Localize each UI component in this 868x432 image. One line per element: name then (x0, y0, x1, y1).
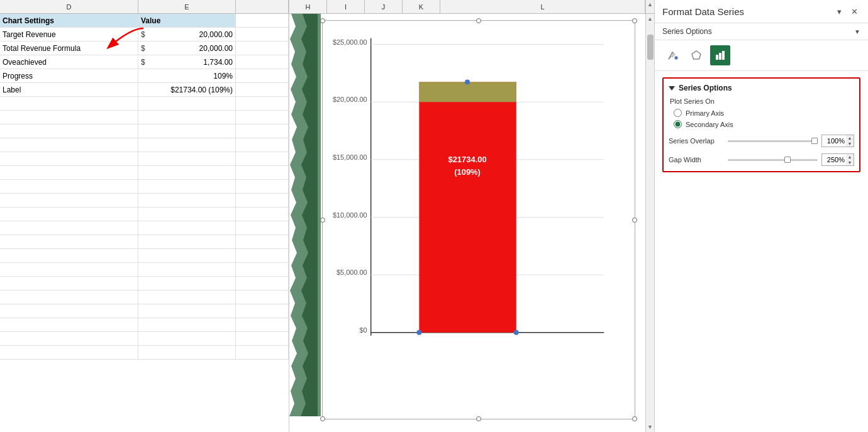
spinner-down-btn[interactable]: ▼ (846, 141, 854, 147)
row-value: $ 20,000.00 (138, 28, 236, 41)
panel-icon-row (655, 40, 868, 71)
series-options-dropdown-label: Series Options (662, 27, 852, 36)
gap-spinner-down-btn[interactable]: ▼ (846, 160, 854, 165)
series-overlap-label: Series Overlap (669, 137, 724, 145)
dot-bl (416, 330, 421, 335)
header-value[interactable]: Value (138, 14, 236, 27)
spreadsheet-area: D E Chart Settings Value Target Revenue … (0, 0, 289, 432)
table-row[interactable]: Label $21734.00 (109%) (0, 83, 289, 97)
table-row[interactable]: Target Revenue $ 20,000.00 (0, 28, 289, 42)
row-empty (236, 42, 289, 55)
bar-label-line1: $21734.00 (448, 155, 486, 164)
panel-header: Format Data Series ▾ ✕ (655, 0, 868, 23)
table-row-empty (0, 291, 289, 304)
table-row-empty (0, 277, 289, 291)
collapse-triangle-icon[interactable] (669, 86, 675, 91)
series-options-dropdown-row[interactable]: Series Options ▼ (655, 23, 868, 40)
series-overlap-thumb[interactable] (811, 138, 818, 144)
svg-rect-15 (716, 55, 718, 60)
panel-dropdown-btn[interactable]: ▾ (833, 5, 845, 18)
table-row-empty (0, 208, 289, 221)
series-overlap-spinner[interactable]: ▲ ▼ (821, 135, 854, 147)
table-row[interactable]: Progress 109% (0, 69, 289, 83)
secondary-axis-radio-row: Secondary Axis (674, 120, 854, 128)
table-row-empty (0, 125, 289, 138)
row-label: Oveachieved (0, 55, 138, 69)
gap-width-thumb[interactable] (784, 157, 791, 163)
cell-value: 20,000.00 (199, 44, 233, 53)
col-header-k: K (403, 0, 440, 13)
panel-close-btn[interactable]: ✕ (848, 5, 860, 18)
primary-axis-label[interactable]: Primary Axis (686, 109, 724, 117)
table-row-empty (0, 166, 289, 180)
table-row-empty (0, 152, 289, 166)
header-empty (236, 14, 289, 27)
gap-width-slider[interactable] (728, 159, 818, 161)
fill-icon-btn[interactable] (662, 45, 682, 65)
table-row-empty (0, 318, 289, 332)
header-chart-settings[interactable]: Chart Settings (0, 14, 138, 27)
secondary-axis-radio[interactable] (674, 120, 682, 128)
dot-br (514, 330, 519, 335)
svg-text:$0: $0 (360, 326, 367, 334)
table-row-empty (0, 235, 289, 249)
jagged-edge-svg (289, 14, 321, 416)
chart-scrollbar[interactable]: ▲ ▼ (645, 14, 654, 432)
svg-rect-17 (722, 51, 725, 60)
col-header-l: L (440, 0, 645, 13)
table-row-empty (0, 304, 289, 318)
table-row-empty (0, 249, 289, 263)
table-row[interactable]: Total Revenue Formula $ 20,000.00 (0, 42, 289, 55)
scrollbar[interactable]: ▲ (645, 0, 654, 13)
currency-sign: $ (141, 30, 145, 39)
column-headers: D E (0, 0, 289, 14)
series-options-icon-btn[interactable] (710, 45, 730, 65)
chart-area: H I J K L ▲ (289, 0, 654, 432)
table-row-empty (0, 263, 289, 277)
svg-text:$5,000.00: $5,000.00 (337, 269, 367, 276)
gap-spinner-up-btn[interactable]: ▲ (846, 154, 854, 160)
primary-axis-radio[interactable] (674, 109, 682, 117)
panel-title: Format Data Series (662, 6, 744, 17)
row-label: Label (0, 83, 138, 96)
cell-value: $21734.00 (109%) (170, 86, 233, 94)
cell-value: 1,734.00 (203, 58, 233, 67)
row-value: $ 20,000.00 (138, 42, 236, 55)
gap-width-row: Gap Width ▲ ▼ (669, 153, 854, 166)
spinner-up-btn[interactable]: ▲ (846, 135, 854, 141)
row-label: Progress (0, 69, 138, 82)
chart-svg: $25,000.00 $20,000.00 $15,000.00 $10,000… (322, 20, 635, 419)
panel-header-icons: ▾ ✕ (833, 5, 860, 18)
bar-label-line2: (109%) (454, 167, 481, 177)
secondary-axis-label[interactable]: Secondary Axis (686, 121, 733, 128)
table-row[interactable]: Oveachieved $ 1,734.00 (0, 55, 289, 69)
bar-red (419, 82, 516, 332)
format-data-series-panel: Format Data Series ▾ ✕ Series Options ▼ (654, 0, 868, 432)
primary-axis-radio-row: Primary Axis (674, 109, 854, 117)
svg-marker-14 (692, 51, 701, 59)
svg-text:$10,000.00: $10,000.00 (333, 211, 367, 219)
table-row-empty (0, 97, 289, 111)
series-overlap-slider[interactable] (728, 140, 818, 142)
table-row-empty (0, 138, 289, 152)
section-title: Series Options (679, 84, 732, 92)
row-value: $21734.00 (109%) (138, 83, 236, 96)
bar-green-cap (419, 82, 516, 102)
scroll-thumb[interactable] (647, 35, 654, 60)
gap-width-spinner[interactable]: ▲ ▼ (821, 153, 854, 166)
table-row-empty (0, 111, 289, 125)
chart-body: $25,000.00 $20,000.00 $15,000.00 $10,000… (289, 14, 654, 432)
section-title-row: Series Options (669, 84, 854, 92)
col-header-j: J (365, 0, 403, 13)
row-empty (236, 28, 289, 41)
chart-content: $25,000.00 $20,000.00 $15,000.00 $10,000… (321, 14, 645, 432)
currency-sign: $ (141, 44, 145, 53)
gap-width-label: Gap Width (669, 156, 724, 163)
row-empty (236, 83, 289, 96)
col-header-h: H (289, 0, 327, 13)
row-value: 109% (138, 69, 236, 82)
row-label: Total Revenue Formula (0, 42, 138, 55)
series-options-section: Series Options Plot Series On Primary Ax… (662, 77, 860, 172)
effects-icon-btn[interactable] (686, 45, 706, 65)
gap-spinner-arrows: ▲ ▼ (846, 154, 854, 165)
